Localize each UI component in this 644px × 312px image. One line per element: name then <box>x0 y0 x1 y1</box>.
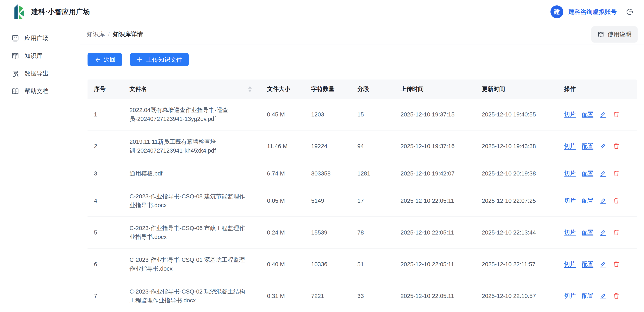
config-link[interactable]: 配置 <box>582 170 594 178</box>
segment-count: 51 <box>351 254 394 274</box>
user-avatar[interactable]: 建 <box>550 6 563 18</box>
slice-link[interactable]: 切片 <box>564 197 576 205</box>
slice-link[interactable]: 切片 <box>564 292 576 300</box>
upload-knowledge-file-button[interactable]: 上传知识文件 <box>130 53 189 66</box>
back-button-label: 返回 <box>104 56 116 64</box>
sort-desc-icon[interactable] <box>248 90 252 92</box>
row-index: 7 <box>88 286 123 306</box>
data-export-icon <box>11 70 19 78</box>
update-time: 2025-12-10 20:19:38 <box>475 164 558 184</box>
upload-time: 2025-12-10 22:05:11 <box>394 286 475 306</box>
back-button[interactable]: 返回 <box>88 53 122 66</box>
delete-icon[interactable] <box>613 229 620 236</box>
usage-guide-button[interactable]: 使用说明 <box>592 26 638 42</box>
delete-button[interactable] <box>613 260 620 268</box>
edit-button[interactable] <box>600 260 607 268</box>
edit-button[interactable] <box>600 142 607 150</box>
delete-icon[interactable] <box>613 292 620 300</box>
sort-asc-icon[interactable] <box>248 86 252 88</box>
file-name: C-2023-作业指导书-CSQ-08 建筑节能监理作业指导书.docx <box>123 185 260 216</box>
file-size: 0.05 M <box>260 191 305 211</box>
edit-icon[interactable] <box>600 170 607 177</box>
row-actions: 切片配置 <box>558 135 637 157</box>
delete-button[interactable] <box>613 197 620 204</box>
config-link[interactable]: 配置 <box>582 260 594 268</box>
delete-icon[interactable] <box>613 260 620 268</box>
app-logo-icon <box>11 4 26 19</box>
edit-button[interactable] <box>600 111 607 118</box>
edit-icon[interactable] <box>600 142 607 150</box>
delete-icon[interactable] <box>613 142 620 150</box>
config-link[interactable]: 配置 <box>582 197 594 205</box>
edit-button[interactable] <box>600 170 607 177</box>
col-header-charcount: 字符数量 <box>305 85 351 93</box>
toolbar: 返回 上传知识文件 <box>88 53 637 66</box>
edit-button[interactable] <box>600 292 607 300</box>
upload-button-label: 上传知识文件 <box>146 56 182 64</box>
delete-icon[interactable] <box>613 197 620 204</box>
slice-link[interactable]: 切片 <box>564 228 576 236</box>
char-count: 1203 <box>305 104 351 125</box>
row-index: 4 <box>88 191 123 211</box>
sort-control[interactable] <box>248 86 252 92</box>
row-index: 2 <box>88 136 123 156</box>
file-size: 0.45 M <box>260 104 305 125</box>
table-row: 7C-2023-作业指导书-CSQ-02 现浇混凝土结构工程监理作业指导书.do… <box>88 280 637 312</box>
file-size: 0.31 M <box>260 286 305 306</box>
row-index: 6 <box>88 254 123 274</box>
slice-link[interactable]: 切片 <box>564 110 576 118</box>
col-header-updated: 更新时间 <box>475 85 558 93</box>
file-name: 2019.11.11新员工既有幕墙检查培训-20240727123941-kh4… <box>123 130 260 162</box>
slice-link[interactable]: 切片 <box>564 142 576 150</box>
config-link[interactable]: 配置 <box>582 142 594 150</box>
char-count: 7221 <box>305 286 351 306</box>
col-header-segments: 分段 <box>351 85 394 93</box>
delete-button[interactable] <box>613 111 620 118</box>
edit-button[interactable] <box>600 197 607 204</box>
config-link[interactable]: 配置 <box>582 292 594 300</box>
file-name: 2022.04既有幕墙巡查作业指导书-巡查员-20240727123941-13… <box>123 99 260 130</box>
sidebar-item-label: 数据导出 <box>24 70 48 78</box>
delete-icon[interactable] <box>613 111 620 118</box>
sidebar-item-label: 知识库 <box>24 52 42 60</box>
edit-button[interactable] <box>600 229 607 236</box>
segment-count: 33 <box>351 286 394 306</box>
delete-button[interactable] <box>613 170 620 177</box>
upload-time: 2025-12-10 19:37:16 <box>394 136 475 156</box>
edit-icon[interactable] <box>600 197 607 204</box>
sidebar-item-knowledge-base[interactable]: 知识库 <box>0 47 80 65</box>
logout-icon[interactable] <box>626 8 634 16</box>
delete-button[interactable] <box>613 229 620 236</box>
sidebar-item-app-plaza[interactable]: 应用广场 <box>0 29 80 47</box>
app-title: 建科·小智应用广场 <box>31 7 90 16</box>
table-body: 12022.04既有幕墙巡查作业指导书-巡查员-20240727123941-1… <box>88 99 637 312</box>
upload-time: 2025-12-10 22:05:11 <box>394 254 475 274</box>
delete-button[interactable] <box>613 292 620 300</box>
col-header-index: 序号 <box>88 85 123 93</box>
config-link[interactable]: 配置 <box>582 110 594 118</box>
row-index: 5 <box>88 222 123 243</box>
delete-button[interactable] <box>613 142 620 150</box>
update-time: 2025-12-10 19:43:38 <box>475 136 558 156</box>
book-icon <box>598 31 604 38</box>
sidebar-item-help-docs[interactable]: 帮助文档 <box>0 82 80 100</box>
slice-link[interactable]: 切片 <box>564 260 576 268</box>
edit-icon[interactable] <box>600 229 607 236</box>
delete-icon[interactable] <box>613 170 620 177</box>
sidebar-item-data-export[interactable]: 数据导出 <box>0 65 80 82</box>
config-link[interactable]: 配置 <box>582 228 594 236</box>
edit-icon[interactable] <box>600 111 607 118</box>
edit-icon[interactable] <box>600 292 607 300</box>
user-name[interactable]: 建科咨询虚拟账号 <box>568 8 617 16</box>
row-actions: 切片配置 <box>558 104 637 125</box>
breadcrumb-parent[interactable]: 知识库 <box>87 30 105 38</box>
edit-icon[interactable] <box>600 260 607 268</box>
char-count: 5149 <box>305 191 351 211</box>
file-size: 6.74 M <box>260 164 305 184</box>
breadcrumb-bar: 知识库 / 知识库详情 使用说明 <box>80 24 644 45</box>
slice-link[interactable]: 切片 <box>564 170 576 178</box>
breadcrumb-separator: / <box>108 31 110 38</box>
row-actions: 切片配置 <box>558 163 637 184</box>
upload-time: 2025-12-10 19:37:15 <box>394 104 475 125</box>
row-actions: 切片配置 <box>558 285 637 307</box>
